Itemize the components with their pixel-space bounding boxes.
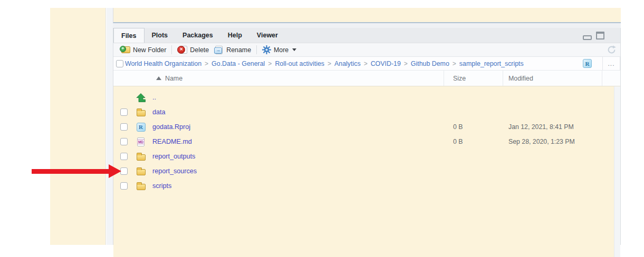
row-checkbox[interactable] [120,182,128,190]
file-name-link[interactable]: report_sources [152,167,197,175]
select-all-checkbox[interactable] [116,60,123,67]
folder-icon [137,184,146,190]
column-divider [602,71,602,86]
new-folder-button[interactable]: New Folder [117,46,169,54]
breadcrumb-separator: > [328,60,331,67]
breadcrumb: World Health Organization>Go.Data - Gene… [113,57,620,71]
table-row: scripts [113,179,620,193]
delete-button[interactable]: Delete [175,46,212,54]
icon-slot [136,153,146,161]
icon-slot: R [136,123,146,132]
red-arrow-head [109,164,121,178]
file-name-link[interactable]: .. [152,94,156,101]
left-pane [50,8,106,245]
icon-slot [136,182,146,190]
tab-files[interactable]: Files [113,28,145,43]
file-name-link[interactable]: README.md [152,138,192,145]
icon-slot [136,108,146,116]
button-label: Delete [190,46,209,54]
rename-button[interactable]: Rename [212,46,254,54]
file-name-link[interactable]: godata.Rproj [152,123,190,131]
rename-icon [214,46,224,54]
tab-help[interactable]: Help [220,28,249,43]
file-size: 0 B [453,138,463,145]
table-row: report_sources [113,164,620,179]
button-label: Rename [226,46,251,54]
breadcrumb-segment[interactable]: Analytics [334,60,361,67]
column-header-modified[interactable]: Modified [508,75,533,82]
row-checkbox[interactable] [120,123,128,131]
markdown-icon [137,137,145,146]
table-row: README.md0 BSep 28, 2020, 1:23 PM [113,134,620,149]
up-directory-icon [136,93,146,102]
breadcrumb-right: R ... [583,57,620,70]
chevron-down-icon [292,48,296,51]
pane-divider-horizontal [113,23,621,28]
minimize-icon[interactable] [583,35,592,40]
rstudio-window: FilesPlotsPackagesHelpViewer New FolderD… [0,0,644,257]
more-button[interactable]: More [259,45,299,54]
pane-divider[interactable] [107,8,113,245]
icon-slot [136,93,146,102]
breadcrumb-segment[interactable]: COVID-19 [371,60,401,67]
toolbar-separator [171,45,172,54]
sort-ascending-icon [156,76,161,80]
folder-icon [137,169,146,175]
button-label: More [274,46,289,54]
toolbar-separator [256,45,257,54]
file-name-link[interactable]: scripts [152,182,171,190]
breadcrumb-separator: > [404,60,408,67]
breadcrumb-segment[interactable]: Go.Data - General [212,60,265,67]
folder-icon [137,110,146,116]
column-header-size[interactable]: Size [453,75,466,82]
file-modified: Jan 12, 2021, 8:41 PM [508,123,574,131]
column-header-name[interactable]: Name [165,75,182,82]
r-project-icon: R [137,123,146,132]
tab-viewer[interactable]: Viewer [249,28,285,43]
breadcrumb-overflow[interactable]: ... [602,57,620,70]
icon-slot [136,167,146,175]
breadcrumb-segment[interactable]: World Health Organization [125,60,201,67]
table-row: .. [113,90,620,105]
table-row: data [113,105,620,120]
folder-icon [137,154,146,161]
file-name-link[interactable]: data [152,108,166,116]
files-pane: FilesPlotsPackagesHelpViewer New FolderD… [113,28,621,245]
top-pane [113,8,621,23]
new-folder-icon [120,46,130,54]
table-row: Rgodata.Rproj0 BJan 12, 2021, 8:41 PM [113,120,620,134]
refresh-icon[interactable] [607,45,617,55]
file-list: ..dataRgodata.Rproj0 BJan 12, 2021, 8:41… [113,86,620,257]
breadcrumb-separator: > [364,60,368,67]
breadcrumb-segment[interactable]: sample_report_scripts [459,60,524,67]
file-modified: Sep 28, 2020, 1:23 PM [508,138,575,145]
delete-icon [177,46,187,54]
tab-packages[interactable]: Packages [175,28,220,43]
breadcrumb-separator: > [453,60,456,67]
file-size: 0 B [453,123,463,131]
gear-icon [262,45,271,54]
button-label: New Folder [133,46,166,54]
table-row: report_outputs [113,149,620,164]
breadcrumb-separator: > [268,60,272,67]
column-divider [444,71,444,86]
breadcrumb-separator: > [205,60,208,67]
pane-tabbar: FilesPlotsPackagesHelpViewer [113,28,620,43]
r-project-icon: R [583,59,592,68]
row-checkbox[interactable] [120,108,128,116]
column-divider [503,71,503,86]
maximize-icon[interactable] [596,32,604,39]
row-checkbox[interactable] [120,153,128,160]
file-name-link[interactable]: report_outputs [152,153,195,160]
table-header: Name Size Modified [113,71,620,86]
breadcrumb-segment[interactable]: Roll-out activities [275,60,324,67]
icon-slot [136,137,146,146]
breadcrumb-path: World Health Organization>Go.Data - Gene… [125,60,583,67]
window-controls [583,28,604,43]
tab-plots[interactable]: Plots [145,28,176,43]
files-toolbar: New FolderDeleteRenameMore [113,43,620,57]
breadcrumb-segment[interactable]: Github Demo [411,60,449,67]
red-arrow-annotation [32,164,121,178]
row-checkbox[interactable] [120,138,128,145]
row-checkbox[interactable] [120,167,128,175]
